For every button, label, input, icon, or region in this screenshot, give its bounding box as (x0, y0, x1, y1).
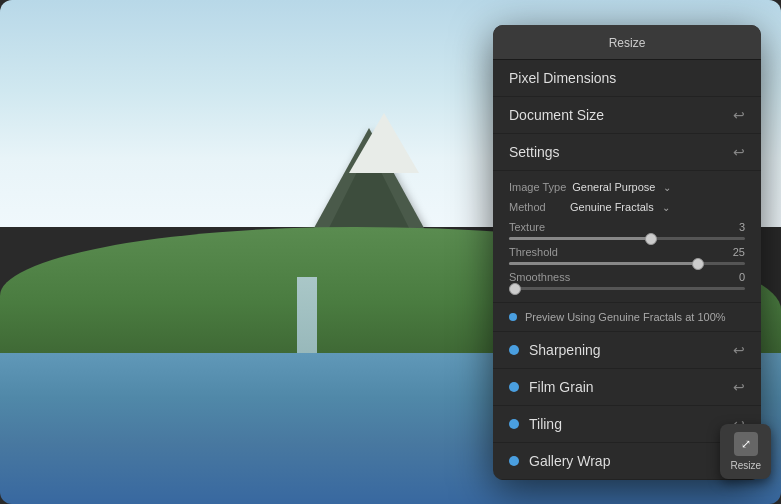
sharpening-row[interactable]: Sharpening ↩ (493, 332, 761, 369)
method-dropdown-icon[interactable]: ⌄ (662, 202, 670, 213)
texture-track[interactable] (509, 237, 745, 240)
threshold-track[interactable] (509, 262, 745, 265)
panel-title: Resize (609, 36, 646, 50)
settings-section: Image Type General Purpose ⌄ Method Genu… (493, 171, 761, 303)
panel-title-bar: Resize (493, 25, 761, 60)
method-value: Genuine Fractals (570, 201, 654, 213)
gallery-wrap-dot (509, 456, 519, 466)
smoothness-slider-container: Smoothness 0 (509, 271, 745, 290)
settings-undo-icon[interactable]: ↩ (733, 144, 745, 160)
film-grain-label: Film Grain (529, 379, 594, 395)
preview-dot (509, 313, 517, 321)
image-type-row: Image Type General Purpose ⌄ (509, 181, 745, 193)
smoothness-value: 0 (739, 271, 745, 283)
threshold-slider-container: Threshold 25 (509, 246, 745, 265)
texture-value: 3 (739, 221, 745, 233)
image-type-label: Image Type (509, 181, 566, 193)
resize-float-button[interactable]: ⤢ Resize (720, 424, 771, 479)
preview-row[interactable]: Preview Using Genuine Fractals at 100% (493, 303, 761, 332)
smoothness-track[interactable] (509, 287, 745, 290)
sharpening-undo-icon[interactable]: ↩ (733, 342, 745, 358)
mountain-snow (349, 113, 419, 173)
document-size-undo-icon[interactable]: ↩ (733, 107, 745, 123)
method-row: Method Genuine Fractals ⌄ (509, 201, 745, 213)
film-grain-row[interactable]: Film Grain ↩ (493, 369, 761, 406)
threshold-value: 25 (733, 246, 745, 258)
settings-label: Settings (509, 144, 560, 160)
document-size-row[interactable]: Document Size ↩ (493, 97, 761, 134)
film-grain-undo-icon[interactable]: ↩ (733, 379, 745, 395)
resize-button-label: Resize (730, 460, 761, 471)
pixel-dimensions-row[interactable]: Pixel Dimensions (493, 60, 761, 97)
texture-label: Texture (509, 221, 545, 233)
pixel-dimensions-label: Pixel Dimensions (509, 70, 616, 86)
sharpening-label: Sharpening (529, 342, 601, 358)
sharpening-dot (509, 345, 519, 355)
gallery-wrap-label: Gallery Wrap (529, 453, 610, 469)
tiling-dot (509, 419, 519, 429)
resize-panel: Resize Pixel Dimensions Document Size ↩ … (493, 25, 761, 480)
tiling-label: Tiling (529, 416, 562, 432)
film-grain-dot (509, 382, 519, 392)
smoothness-label: Smoothness (509, 271, 570, 283)
document-size-label: Document Size (509, 107, 604, 123)
image-type-dropdown-icon[interactable]: ⌄ (663, 182, 671, 193)
texture-slider-container: Texture 3 (509, 221, 745, 240)
resize-icon: ⤢ (734, 432, 758, 456)
threshold-label: Threshold (509, 246, 558, 258)
image-type-value: General Purpose (572, 181, 655, 193)
settings-row[interactable]: Settings ↩ (493, 134, 761, 171)
preview-text: Preview Using Genuine Fractals at 100% (525, 311, 726, 323)
method-label: Method (509, 201, 564, 213)
